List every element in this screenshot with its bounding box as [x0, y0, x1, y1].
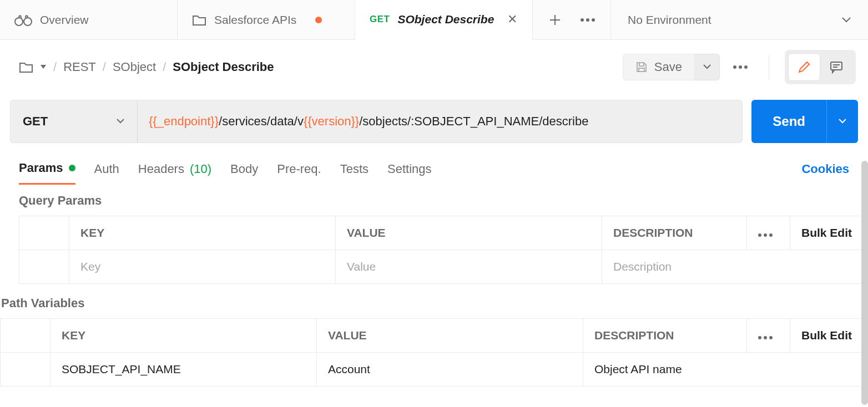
tab-collection[interactable]: Salesforce APIs [178, 0, 355, 39]
tab-settings-label: Settings [387, 162, 432, 176]
col-desc: DESCRIPTION [583, 319, 747, 353]
svg-rect-2 [831, 62, 842, 70]
edit-mode-button[interactable] [788, 53, 820, 81]
path-vars-section: Path Variables KEY VALUE DESCRIPTION Bul… [0, 287, 868, 386]
breadcrumb: / REST / SObject / SObject Describe [19, 60, 274, 74]
chevron-down-icon [116, 118, 125, 125]
key-input[interactable]: Key [69, 250, 336, 284]
send-dropdown[interactable] [826, 100, 858, 143]
pathvar-desc[interactable]: Object API name [583, 353, 868, 386]
method-label: GET [23, 114, 48, 129]
tab-request-title: SObject Describe [397, 13, 494, 26]
tab-params-label: Params [19, 161, 63, 175]
col-key: KEY [69, 216, 336, 250]
breadcrumb-sep: / [163, 60, 166, 74]
pathvar-key[interactable]: SOBJECT_API_NAME [51, 353, 317, 386]
folder-icon[interactable] [19, 61, 33, 73]
tab-request[interactable]: GET SObject Describe ✕ [355, 0, 533, 40]
save-label: Save [654, 60, 682, 74]
send-label: Send [751, 114, 826, 129]
url-var-version: {{version}} [304, 114, 359, 129]
close-icon[interactable]: ✕ [507, 12, 517, 27]
folder-icon [192, 14, 206, 26]
tab-body[interactable]: Body [230, 162, 258, 184]
breadcrumb-sobject[interactable]: SObject [113, 60, 156, 74]
new-tab-button[interactable] [548, 13, 562, 27]
col-desc: DESCRIPTION [602, 216, 747, 250]
headers-count: (10) [190, 162, 211, 176]
table-row: Key Value Description [19, 250, 868, 284]
url-row: GET {{_endpoint}} /services/data/v {{ver… [0, 94, 868, 149]
caret-down-icon[interactable] [40, 64, 47, 70]
more-actions-icon[interactable] [728, 54, 753, 80]
table-header-row: KEY VALUE DESCRIPTION Bulk Edit [1, 319, 868, 353]
tab-collection-label: Salesforce APIs [214, 13, 296, 27]
scrollbar[interactable] [861, 161, 868, 405]
tab-params[interactable]: Params [19, 161, 75, 185]
tab-prereq-label: Pre-req. [277, 162, 321, 176]
tab-tests-label: Tests [340, 162, 369, 176]
params-indicator-dot [69, 165, 75, 171]
method-select[interactable]: GET [10, 100, 138, 143]
bulk-edit-link[interactable]: Bulk Edit [801, 329, 852, 342]
tab-headers[interactable]: Headers (10) [138, 162, 211, 184]
toolbar: / REST / SObject / SObject Describe Save [0, 40, 868, 94]
tab-body-label: Body [230, 162, 258, 176]
pathvar-value[interactable]: Account [317, 353, 583, 386]
save-button: Save [623, 54, 695, 80]
view-mode-toggle [785, 50, 856, 84]
path-vars-title: Path Variables [0, 296, 868, 311]
desc-input[interactable]: Description [602, 250, 868, 284]
comment-mode-button[interactable] [820, 53, 852, 81]
query-params-title: Query Params [19, 194, 868, 208]
tab-auth-label: Auth [94, 162, 119, 176]
divider [769, 55, 769, 79]
cookies-label: Cookies [801, 162, 849, 176]
query-params-table: KEY VALUE DESCRIPTION Bulk Edit Key Valu… [19, 216, 868, 284]
send-button[interactable]: Send [751, 100, 858, 143]
tab-actions [533, 0, 611, 39]
tab-settings[interactable]: Settings [387, 162, 432, 184]
tab-overview-label: Overview [40, 13, 89, 27]
chevron-down-icon [841, 17, 851, 23]
tab-auth[interactable]: Auth [94, 162, 119, 184]
table-header-row: KEY VALUE DESCRIPTION Bulk Edit [19, 216, 868, 250]
url-text: /services/data/v [219, 114, 304, 129]
breadcrumb-sep: / [53, 60, 57, 74]
save-icon [635, 61, 648, 73]
binoculars-icon [14, 13, 32, 27]
more-tabs-icon[interactable] [581, 18, 595, 22]
request-subtabs: Params Auth Headers (10) Body Pre-req. T… [0, 149, 868, 185]
url-var-endpoint: {{_endpoint}} [149, 114, 219, 129]
breadcrumb-sep: / [103, 60, 106, 74]
query-params-section: Query Params KEY VALUE DESCRIPTION Bulk … [0, 185, 868, 284]
url-text: /sobjects/:SOBJECT_API_NAME/describe [359, 114, 588, 129]
tab-overview[interactable]: Overview [0, 0, 178, 39]
col-value: VALUE [317, 319, 583, 353]
tab-tests[interactable]: Tests [340, 162, 369, 184]
col-actions[interactable] [747, 216, 790, 250]
table-row: SOBJECT_API_NAME Account Object API name [1, 353, 868, 386]
col-key: KEY [51, 319, 317, 353]
tab-strip: Overview Salesforce APIs GET SObject Des… [0, 0, 868, 40]
breadcrumb-rest[interactable]: REST [63, 60, 96, 74]
tab-headers-label: Headers [138, 162, 184, 176]
value-input[interactable]: Value [336, 250, 602, 284]
cookies-link[interactable]: Cookies [801, 162, 849, 184]
environment-picker[interactable]: No Environment [611, 0, 868, 39]
environment-label: No Environment [628, 13, 711, 27]
unsaved-dot-icon [315, 17, 322, 23]
col-value: VALUE [336, 216, 602, 250]
col-actions[interactable] [747, 319, 790, 353]
tab-method-badge: GET [370, 14, 390, 25]
svg-point-0 [15, 18, 23, 26]
tab-prereq[interactable]: Pre-req. [277, 162, 321, 184]
svg-point-1 [24, 18, 32, 26]
breadcrumb-current: SObject Describe [173, 60, 274, 74]
bulk-edit-link[interactable]: Bulk Edit [801, 226, 852, 239]
path-vars-table: KEY VALUE DESCRIPTION Bulk Edit SOBJECT_… [0, 318, 868, 386]
save-dropdown[interactable] [695, 54, 720, 80]
url-input[interactable]: {{_endpoint}} /services/data/v {{version… [138, 100, 743, 143]
